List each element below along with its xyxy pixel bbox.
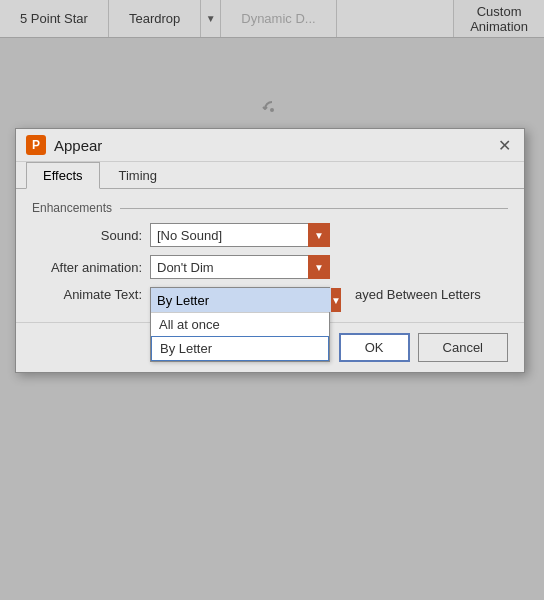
- tab-timing[interactable]: Timing: [102, 162, 175, 189]
- dialog-body: Enhancements Sound: [No Sound] ▼ After a…: [16, 189, 524, 322]
- section-enhancements-label: Enhancements: [32, 201, 508, 215]
- delay-text: ayed Between Letters: [355, 287, 481, 302]
- dropdown-input-row: ▼: [151, 288, 329, 313]
- tab-effects[interactable]: Effects: [26, 162, 100, 189]
- after-animation-select[interactable]: Don't Dim: [150, 255, 330, 279]
- ok-button[interactable]: OK: [339, 333, 410, 362]
- animate-text-dropdown: ▼ All at once By Letter: [150, 287, 330, 362]
- dropdown-option-by-letter[interactable]: By Letter: [151, 336, 329, 361]
- after-animation-row: After animation: Don't Dim ▼: [32, 255, 508, 279]
- dropdown-option-all-at-once[interactable]: All at once: [151, 313, 329, 336]
- sound-select-wrapper: [No Sound] ▼: [150, 223, 330, 247]
- svg-point-0: [270, 108, 274, 112]
- dialog-close-button[interactable]: ✕: [494, 135, 514, 155]
- tab-dynamic-d[interactable]: Dynamic D...: [221, 0, 336, 37]
- animate-text-row: Animate Text: ▼ All at once By Letter ay…: [32, 287, 508, 302]
- rotate-handle-icon: [260, 98, 284, 122]
- dialog-tabs: Effects Timing: [16, 162, 524, 189]
- sound-select[interactable]: [No Sound]: [150, 223, 330, 247]
- after-animation-select-wrapper: Don't Dim ▼: [150, 255, 330, 279]
- sound-label: Sound:: [32, 228, 142, 243]
- sound-row: Sound: [No Sound] ▼: [32, 223, 508, 247]
- main-area: 1 2 P Appear ✕ Effects Timing: [0, 38, 544, 600]
- after-animation-label: After animation:: [32, 260, 142, 275]
- tab-custom-animation[interactable]: CustomAnimation: [453, 0, 544, 37]
- animate-text-label: Animate Text:: [32, 287, 142, 302]
- animate-text-input[interactable]: [151, 288, 331, 312]
- dialog-title: Appear: [54, 137, 486, 154]
- dialog-app-icon: P: [26, 135, 46, 155]
- tab-5-point-star[interactable]: 5 Point Star: [0, 0, 109, 37]
- tab-scroll-button[interactable]: ▼: [201, 0, 221, 37]
- tab-teardrop[interactable]: Teardrop: [109, 0, 201, 37]
- appear-dialog: P Appear ✕ Effects Timing Enhancements: [15, 128, 525, 373]
- dialog-titlebar: P Appear ✕: [16, 129, 524, 162]
- animate-text-dropdown-btn[interactable]: ▼: [331, 288, 341, 312]
- cancel-button[interactable]: Cancel: [418, 333, 508, 362]
- tab-bar: 5 Point Star Teardrop ▼ Dynamic D... Cus…: [0, 0, 544, 38]
